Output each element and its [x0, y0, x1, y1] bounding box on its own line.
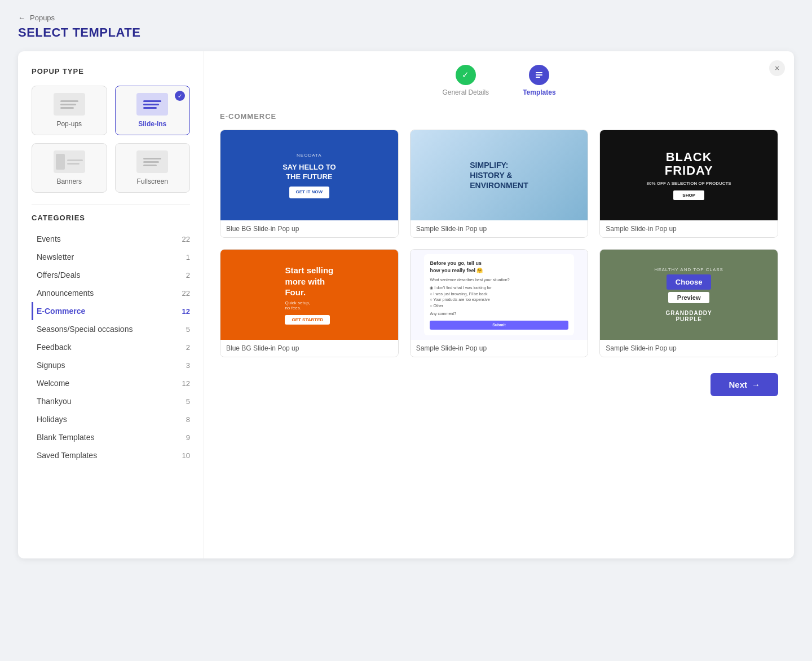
section-title: E-COMMERCE — [220, 112, 778, 121]
popups-icon — [54, 93, 85, 116]
breadcrumb-arrow: ← — [18, 14, 25, 22]
type-slideins[interactable]: ✓ Slide-Ins — [115, 86, 191, 135]
templates-grid: NEODATA SAY HELLO TOTHE FUTURE GET IT NO… — [220, 130, 778, 357]
category-saved-label: Saved Templates — [37, 451, 97, 460]
template-2-choose[interactable]: Choose — [451, 165, 496, 180]
category-signups-count: 3 — [186, 361, 190, 370]
category-holidays[interactable]: Holidays 8 — [32, 410, 190, 428]
category-ecommerce[interactable]: E-Commerce 12 — [32, 302, 190, 320]
category-newsletter[interactable]: Newsletter 1 — [32, 248, 190, 266]
main-content: × ✓ General Details Templates — [204, 51, 794, 558]
category-feedback-count: 2 — [186, 343, 190, 352]
category-offers[interactable]: Offers/Deals 2 — [32, 266, 190, 284]
category-ecommerce-label: E-Commerce — [37, 307, 85, 316]
template-4[interactable]: Start sellingmore withFour. Quick setup,… — [220, 249, 399, 357]
next-label: Next — [729, 380, 747, 389]
template-3-preview[interactable]: Preview — [691, 165, 736, 180]
popup-type-grid: Pop-ups ✓ Slide-Ins — [32, 86, 190, 193]
slideins-icon — [136, 93, 168, 116]
category-holidays-count: 8 — [186, 415, 190, 424]
category-newsletter-count: 1 — [186, 253, 190, 261]
category-events-count: 22 — [182, 235, 190, 243]
category-offers-label: Offers/Deals — [37, 270, 81, 280]
category-saved-count: 10 — [182, 451, 190, 460]
category-blank[interactable]: Blank Templates 9 — [32, 428, 190, 446]
template-1-name: Blue BG Slide-in Pop up — [220, 220, 398, 237]
banners-icon — [54, 150, 85, 173]
next-button[interactable]: Next → — [710, 373, 778, 396]
category-seasons-label: Seasons/Special occasions — [37, 325, 133, 334]
template-6-name: Sample Slide-in Pop up — [600, 340, 778, 357]
category-feedback[interactable]: Feedback 2 — [32, 338, 190, 356]
template-2-name: Sample Slide-in Pop up — [411, 220, 588, 237]
category-announcements-count: 22 — [182, 289, 190, 298]
type-popups[interactable]: Pop-ups — [32, 86, 107, 135]
category-thankyou-label: Thankyou — [37, 397, 71, 406]
category-welcome-label: Welcome — [37, 379, 69, 388]
check-badge: ✓ — [175, 91, 185, 101]
template-6[interactable]: HEALTHY AND TOP CLASS Choose Preview GRA… — [599, 249, 778, 357]
templates-icon — [535, 70, 544, 79]
category-newsletter-label: Newsletter — [37, 252, 74, 261]
template-1-choose[interactable]: Choose — [262, 165, 307, 180]
template-4-preview[interactable]: Preview — [311, 285, 357, 299]
category-events-label: Events — [37, 234, 61, 243]
category-seasons-count: 5 — [186, 325, 190, 334]
template-3[interactable]: BLACKFRIDAY 80% OFF A SELECTION OF PRODU… — [599, 130, 778, 238]
category-feedback-label: Feedback — [37, 343, 71, 352]
categories-list: Events 22 Newsletter 1 Offers/Deals 2 An… — [32, 230, 190, 464]
svg-rect-2 — [536, 77, 540, 78]
category-signups-label: Signups — [37, 361, 65, 370]
template-1-preview[interactable]: Preview — [311, 165, 357, 180]
template-5-preview[interactable]: Preview — [501, 285, 546, 299]
template-3-choose[interactable]: Choose — [641, 165, 686, 180]
categories-title: CATEGORIES — [32, 214, 190, 222]
slideins-label: Slide-Ins — [122, 120, 183, 128]
template-2[interactable]: SIMPLIFY:HISTORY &ENVIRONMENT Choose Pre… — [410, 130, 589, 238]
template-2-preview[interactable]: Preview — [501, 165, 546, 180]
category-announcements-label: Announcements — [37, 289, 94, 298]
page-title: SELECT TEMPLATE — [18, 25, 794, 40]
svg-rect-1 — [536, 74, 542, 76]
template-3-name: Sample Slide-in Pop up — [600, 220, 778, 237]
category-announcements[interactable]: Announcements 22 — [32, 284, 190, 302]
template-6-preview[interactable]: Preview — [691, 285, 736, 299]
svg-rect-0 — [536, 72, 542, 73]
template-4-name: Blue BG Slide-in Pop up — [220, 340, 398, 357]
step-general: ✓ General Details — [442, 65, 489, 96]
banners-label: Banners — [39, 178, 100, 185]
category-blank-label: Blank Templates — [37, 433, 94, 442]
popup-type-title: POPUP TYPE — [32, 67, 190, 76]
fullscreen-label: Fullscreen — [122, 178, 183, 185]
template-5[interactable]: Before you go, tell ushow you really fee… — [410, 249, 589, 357]
category-welcome[interactable]: Welcome 12 — [32, 374, 190, 392]
step-templates-label: Templates — [523, 88, 555, 96]
category-signups[interactable]: Signups 3 — [32, 356, 190, 374]
step-templates: Templates — [523, 65, 555, 96]
category-holidays-label: Holidays — [37, 415, 67, 424]
step-general-label: General Details — [442, 88, 489, 96]
template-6-choose[interactable]: Choose — [641, 285, 686, 299]
template-5-name: Sample Slide-in Pop up — [411, 340, 588, 357]
category-ecommerce-count: 12 — [182, 307, 190, 316]
category-seasons[interactable]: Seasons/Special occasions 5 — [32, 320, 190, 338]
breadcrumb-label[interactable]: Popups — [30, 14, 55, 22]
template-1[interactable]: NEODATA SAY HELLO TOTHE FUTURE GET IT NO… — [220, 130, 399, 238]
category-offers-count: 2 — [186, 271, 190, 280]
template-5-choose[interactable]: Choose — [451, 285, 496, 299]
divider — [32, 204, 190, 205]
category-thankyou[interactable]: Thankyou 5 — [32, 392, 190, 410]
type-fullscreen[interactable]: Fullscreen — [115, 143, 191, 193]
template-4-choose[interactable]: Choose — [262, 285, 307, 299]
type-banners[interactable]: Banners — [32, 143, 107, 193]
category-thankyou-count: 5 — [186, 397, 190, 406]
category-saved[interactable]: Saved Templates 10 — [32, 446, 190, 464]
next-arrow-icon: → — [752, 380, 760, 389]
close-button[interactable]: × — [769, 60, 785, 76]
steps-row: ✓ General Details Templates — [220, 65, 778, 96]
step-general-circle: ✓ — [456, 65, 476, 85]
popups-label: Pop-ups — [39, 120, 100, 128]
category-events[interactable]: Events 22 — [32, 230, 190, 248]
footer-row: Next → — [220, 373, 778, 396]
category-blank-count: 9 — [186, 433, 190, 442]
